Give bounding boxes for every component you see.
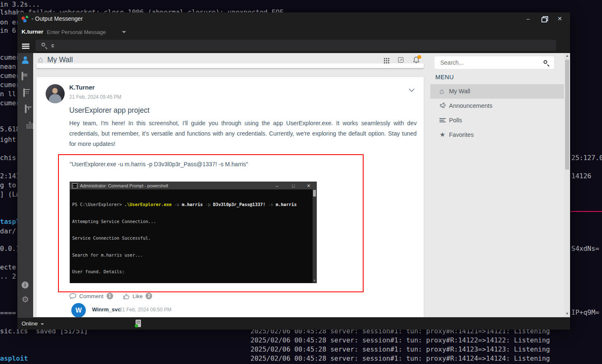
post-reactions-row: Comment 1 Like 2 <box>69 293 152 299</box>
scroll-down-arrow-icon: ▼ <box>313 279 316 283</box>
home-icon: ⌂ <box>439 87 447 95</box>
screenshot-terminal-title: Administrator: Command Prompt - powershe… <box>80 183 168 188</box>
comment-button[interactable]: Comment <box>79 293 104 299</box>
sidebar-item-favorites[interactable]: ★ Favorites <box>430 128 564 142</box>
cmd-prompt-icon: C:\ <box>72 183 78 188</box>
terminal-fragment: on er <box>0 18 20 26</box>
previous-post-card-edge <box>36 63 424 68</box>
sidebar-item-announcements[interactable]: Announcements <box>430 99 564 113</box>
restore-button[interactable] <box>540 15 548 22</box>
notification-dot <box>418 55 421 59</box>
output-messenger-window: - Output Messenger – ✕ K.turner Enter Pe… <box>17 12 570 330</box>
online-status-dropdown[interactable]: Online <box>22 320 38 327</box>
current-user-name: K.turner <box>22 29 44 35</box>
server-connection-icon <box>136 320 141 327</box>
terminal-fragment: in 6 <box>0 27 16 34</box>
terminal-output-line: User found. Details: <box>72 269 311 275</box>
terminal-fragment: S4xdNs= <box>571 245 599 252</box>
comment-icon[interactable] <box>69 293 76 299</box>
megaphone-icon <box>439 102 447 109</box>
personal-message-field[interactable]: Enter Personal Message <box>47 29 106 35</box>
like-icon[interactable] <box>123 293 130 299</box>
search-icon <box>41 43 45 46</box>
terminal-fragment: .. 2 <box>0 272 16 280</box>
screenshot-close-icon: ✕ <box>307 182 311 189</box>
sidebar-item-my-wall[interactable]: ⌂ My Wall <box>430 84 564 99</box>
post-body-text: Hey team, I'm here! In this screenshot, … <box>69 118 417 149</box>
screenshot-terminal-titlebar: C:\ Administrator: Command Prompt - powe… <box>70 182 316 189</box>
info-icon[interactable]: i <box>22 281 29 289</box>
terminal-fragment: ] (La <box>0 190 20 198</box>
sidebar-search[interactable] <box>435 56 554 69</box>
sidebar-search-input[interactable] <box>435 56 554 69</box>
terminal-fragment: dar/ <box>0 227 16 235</box>
online-status-caret-icon[interactable] <box>41 323 44 325</box>
notifications-bell-icon[interactable] <box>412 56 420 64</box>
metasploit-prompt-fragment: asploit <box>0 354 28 362</box>
apps-tab-icon[interactable] <box>25 104 27 113</box>
notes-tab-icon[interactable] <box>22 72 23 80</box>
like-count-badge: 2 <box>146 293 152 299</box>
menu-section-title: MENU <box>435 74 454 80</box>
post-options-chevron-icon[interactable] <box>410 87 414 91</box>
sidebar-scrollbar[interactable]: ▲ ▼ <box>564 53 570 317</box>
global-search-input[interactable] <box>36 40 556 51</box>
wall-post: K.Turner 21 Feb, 2024 09:45 PM UserExplo… <box>36 77 424 317</box>
terminal-fragment: ight <box>0 136 16 143</box>
terminal-fragment: cumer <box>0 53 20 61</box>
screenshot-attachment[interactable]: C:\ Administrator: Command Prompt - powe… <box>70 182 316 283</box>
terminal-fragment: ecte <box>0 263 16 271</box>
scrollbar-thumb[interactable] <box>565 60 569 170</box>
menu-hamburger-icon[interactable] <box>22 44 29 45</box>
post-title: UserExplorer app project <box>69 106 150 115</box>
settings-gear-icon[interactable]: ⚙ <box>22 296 29 303</box>
scroll-up-arrow-icon[interactable]: ▲ <box>564 54 570 58</box>
personal-message-caret-icon[interactable] <box>122 31 126 33</box>
search-icon <box>544 60 547 64</box>
terminal-output-line: Attempting Service Connection... <box>72 219 311 225</box>
terminal-fragment: cumer <box>0 72 20 80</box>
commenter-avatar[interactable]: W <box>71 303 86 317</box>
terminal-fragment: 2:141 <box>0 172 20 180</box>
proxy-log-line: 2025/02/06 00:45:28 server: session#1: t… <box>250 345 550 353</box>
wall-content-area: ⌂ My Wall ↗ K.Turner 21 Feb, 2024 09:45 … <box>33 53 570 317</box>
user-status-bar: K.turner Enter Personal Message <box>17 26 570 38</box>
terminal-fragment: n ll <box>0 90 16 98</box>
comment-author[interactable]: Winrm_svc <box>92 306 121 313</box>
comment-count-badge: 1 <box>107 293 113 299</box>
sidebar-item-polls[interactable]: Polls <box>430 113 564 128</box>
terminal-fragment: 5.618 <box>0 125 20 133</box>
scroll-down-arrow-icon[interactable]: ▼ <box>564 312 570 315</box>
close-button[interactable]: ✕ <box>556 15 563 22</box>
terminal-fragment: g to <box>0 181 16 189</box>
calendar-tab-icon[interactable] <box>23 88 25 97</box>
screenshot-terminal-output: PS C:\UserExplorer>.\UserExplorer.exe-um… <box>70 189 313 283</box>
comment-timestamp: 21 Feb, 2024 09:50 PM <box>119 307 171 313</box>
terminal-fragment: ==== <box>0 309 16 317</box>
annotation-red-box: "UserExplorer.exe -u m.harris -p D3v3l0p… <box>58 154 364 292</box>
open-in-new-icon[interactable]: ↗ <box>398 57 403 63</box>
main-toolbar <box>17 38 570 53</box>
window-statusbar: Online <box>17 317 570 330</box>
terminal-fragment: chis <box>0 154 16 162</box>
screenshot-terminal-scrollbar: ▼ <box>313 189 316 283</box>
proxy-log-line: 2025/02/06 00:45:28 server: session#1: t… <box>250 354 550 362</box>
author-avatar[interactable] <box>46 84 65 103</box>
post-author[interactable]: K.Turner <box>69 84 95 91</box>
terminal-fragment: 0.0.1 <box>0 245 20 252</box>
apps-grid-icon[interactable] <box>384 58 385 59</box>
minimize-button[interactable]: – <box>524 15 532 22</box>
post-timestamp: 21 Feb, 2024 09:45 PM <box>69 94 121 100</box>
screenshot-minimize-icon: – <box>276 182 278 189</box>
global-search[interactable] <box>36 40 556 51</box>
app-logo-icon <box>22 16 29 22</box>
window-title: - Output Messenger <box>32 15 83 22</box>
screen: in 3.2s... lshake failed: websocket: clo… <box>0 0 602 364</box>
terminal-output-line: Service Connection Successful. <box>72 235 311 241</box>
left-icon-rail: i ⚙ <box>17 53 33 317</box>
metasploit-prompt-fragment: taspl <box>0 218 20 226</box>
window-titlebar[interactable]: - Output Messenger – ✕ <box>17 12 570 26</box>
like-button[interactable]: Like <box>133 293 143 299</box>
terminal-fragment: 25:127.0 <box>571 154 602 162</box>
page-title: My Wall <box>47 56 73 64</box>
